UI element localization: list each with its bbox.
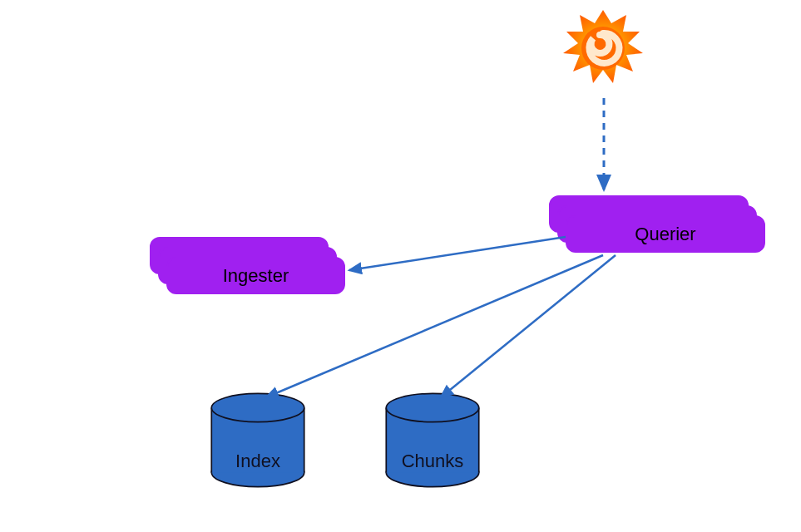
ingester-node: Ingester bbox=[166, 257, 345, 294]
chunks-label: Chunks bbox=[374, 451, 491, 472]
svg-point-6 bbox=[211, 393, 304, 421]
index-label: Index bbox=[200, 451, 316, 472]
index-datastore: Index bbox=[200, 391, 316, 494]
edge-querier-chunks bbox=[441, 255, 616, 397]
chunks-datastore: Chunks bbox=[374, 391, 491, 494]
ingester-label: Ingester bbox=[223, 265, 289, 287]
querier-node: Querier bbox=[566, 215, 765, 253]
grafana-logo-icon bbox=[561, 8, 645, 91]
architecture-diagram: Querier Ingester Index Chunks bbox=[0, 0, 801, 532]
svg-point-11 bbox=[386, 393, 478, 421]
querier-label: Querier bbox=[635, 224, 695, 245]
edge-querier-ingester bbox=[349, 237, 566, 270]
